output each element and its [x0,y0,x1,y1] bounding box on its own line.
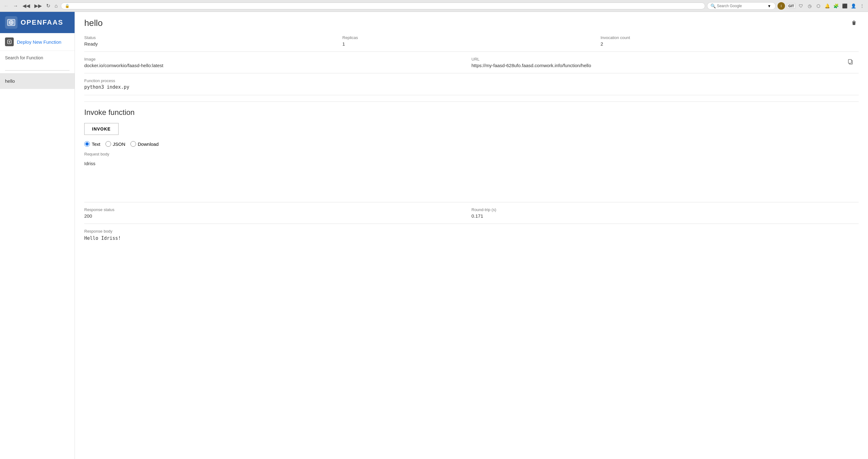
radio-download-input[interactable] [130,141,136,147]
request-body-label: Request body [84,152,859,156]
response-status-item: Response status 200 [84,207,471,219]
function-title: hello [84,18,103,28]
radio-download[interactable]: Download [130,141,159,147]
process-value: python3 index.py [84,84,129,90]
response-grid: Response status 200 Round-trip (s) 0.171 [84,207,859,219]
status-label: Status [84,35,342,40]
replicas-item: Replicas 1 [342,35,600,47]
round-trip-value: 0.171 [471,213,483,219]
status-value: Ready [84,41,98,47]
search-bar: 🔍 ▾ [707,2,776,10]
response-body-value: Hello Idriss! [84,235,859,241]
forward-button[interactable]: → [12,2,19,9]
history-icon: ◷ [806,2,813,9]
function-item-hello[interactable]: hello [0,74,74,89]
deploy-new-function-button[interactable]: Deploy New Function [0,33,74,51]
url-label: URL [471,57,859,61]
puzzle-icon: 🧩 [832,2,839,9]
address-bar: 🔒 my-faasd-628ufo.faasd.comwork.info/ui/ [61,2,705,9]
invocation-label: Invocation count [600,35,859,40]
radio-text-label: Text [92,141,100,147]
round-trip-label: Round-trip (s) [471,207,859,212]
vpn-icon: ⬡ [815,2,822,9]
function-header: hello [84,18,859,29]
section-divider [84,102,859,102]
logo-text: OPENFAAS [21,19,63,27]
replicas-label: Replicas [342,35,600,40]
main-content: hello Status Ready Replicas 1 Invocation… [75,12,868,459]
radio-text-input[interactable] [84,141,90,147]
request-body-value[interactable]: Idriss [84,158,859,183]
bell-icon: 🔔 [824,2,831,9]
radio-json-label: JSON [113,141,125,147]
response-status-value: 200 [84,213,92,219]
search-icon: 🔍 [710,3,716,8]
search-label: Search for Function [5,55,69,60]
reload-button[interactable]: ↻ [45,2,52,9]
git-label: GIT [787,3,796,9]
invoke-button[interactable]: INVOKE [84,123,119,135]
radio-json-input[interactable] [105,141,111,147]
sidebar-logo: OPENFAAS [0,12,74,33]
response-body-section: Response body Hello Idriss! [84,224,859,241]
invoke-section: Invoke function INVOKE Text JSON Downloa… [84,108,859,241]
home-button[interactable]: ⌂ [53,2,59,9]
dropdown-icon: ▾ [768,3,770,8]
url-value: https://my-faasd-628ufo.faasd.comwork.in… [471,63,591,68]
url-item: URL https://my-faasd-628ufo.faasd.comwor… [471,57,859,68]
app-container: OPENFAAS Deploy New Function Search for … [0,12,868,459]
process-label: Function process [84,78,859,83]
avatar[interactable]: I [777,2,785,10]
search-input[interactable] [717,4,767,8]
response-body-label: Response body [84,229,859,234]
process-row: Function process python3 index.py [84,78,859,95]
function-list: hello [0,74,74,459]
response-status-label: Response status [84,207,471,212]
extension-icon: ⬛ [841,2,848,9]
function-name: hello [5,78,15,84]
image-value: docker.io/comworkio/faasd-hello:latest [84,63,163,68]
profile-icon: 👤 [850,2,857,9]
logo-icon [5,16,18,29]
invocation-item: Invocation count 2 [600,35,859,47]
replicas-value: 1 [342,41,345,47]
svg-rect-8 [848,60,851,63]
copy-url-button[interactable] [847,59,854,66]
invoke-title: Invoke function [84,108,859,117]
deploy-icon [5,37,14,46]
image-url-row: Image docker.io/comworkio/faasd-hello:la… [84,57,859,74]
lock-icon: 🔒 [65,4,69,8]
response-section: Response status 200 Round-trip (s) 0.171… [84,202,859,241]
status-info-grid: Status Ready Replicas 1 Invocation count… [84,35,859,52]
deploy-label: Deploy New Function [17,39,61,45]
response-type-radio-group: Text JSON Download [84,141,859,147]
function-search-input[interactable] [5,63,69,70]
image-label: Image [84,57,471,61]
request-body-section: Request body Idriss [84,152,859,183]
address-input[interactable]: my-faasd-628ufo.faasd.comwork.info/ui/ [71,4,701,8]
back-button[interactable]: ← [2,2,10,9]
last-page-button[interactable]: ▶▶ [33,2,43,9]
sidebar: OPENFAAS Deploy New Function Search for … [0,12,75,459]
radio-text[interactable]: Text [84,141,100,147]
first-page-button[interactable]: ◀◀ [21,2,31,9]
search-section: Search for Function [0,51,74,74]
status-item: Status Ready [84,35,342,47]
radio-json[interactable]: JSON [105,141,125,147]
image-item: Image docker.io/comworkio/faasd-hello:la… [84,57,471,68]
radio-download-label: Download [138,141,159,147]
more-icon[interactable]: ⋮ [859,2,866,9]
delete-button[interactable] [849,18,859,29]
shield-icon: 🛡 [798,2,804,9]
browser-chrome: ← → ◀◀ ▶▶ ↻ ⌂ 🔒 my-faasd-628ufo.faasd.co… [0,0,868,12]
round-trip-item: Round-trip (s) 0.171 [471,207,859,219]
invocation-value: 2 [600,41,603,47]
